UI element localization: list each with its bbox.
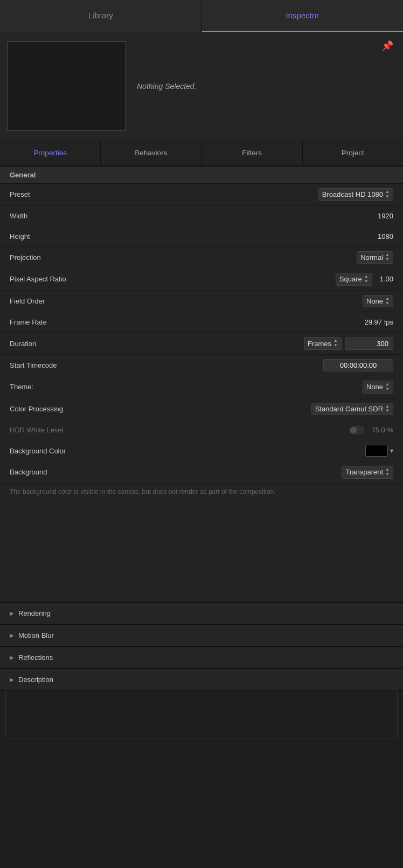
nothing-selected-label: Nothing Selected.: [137, 82, 197, 91]
duration-value: Frames ▲ ▼: [112, 337, 393, 350]
projection-row: Projection Normal ▲ ▼: [0, 247, 403, 269]
theme-label: Theme:: [10, 383, 112, 391]
reflections-label: Reflections: [18, 653, 53, 662]
height-label: Height: [10, 232, 112, 240]
preview-area: Nothing Selected. 📌: [0, 32, 403, 140]
color-swatch-dropdown-arrow[interactable]: ▾: [390, 447, 393, 454]
sub-tab-bar: Properties Behaviors Filters Project: [0, 140, 403, 166]
motion-blur-collapse-arrow: ▶: [10, 632, 14, 638]
background-label: Background: [10, 468, 112, 476]
pixel-aspect-ratio-dropdown[interactable]: Square ▲ ▼: [336, 273, 372, 286]
field-order-value: None ▲ ▼: [112, 295, 393, 308]
filters-tab[interactable]: Filters: [202, 140, 303, 166]
field-order-dropdown[interactable]: None ▲ ▼: [363, 295, 393, 308]
field-order-label: Field Order: [10, 297, 112, 305]
start-timecode-input[interactable]: [323, 359, 393, 371]
width-label: Width: [10, 212, 112, 220]
description-section[interactable]: ▶ Description: [0, 669, 403, 691]
pixel-aspect-ratio-row: Pixel Aspect Ratio Square ▲ ▼ 1.00: [0, 268, 403, 291]
field-order-row: Field Order None ▲ ▼: [0, 291, 403, 313]
background-note: The background color is visible in the c…: [0, 484, 403, 505]
preset-label: Preset: [10, 190, 112, 198]
color-processing-value: Standard Gamut SDR ▲ ▼: [112, 403, 393, 416]
general-header: General: [0, 166, 403, 184]
preset-dropdown[interactable]: Broadcast HD 1080 ▲ ▼: [318, 188, 393, 201]
height-row: Height 1080: [0, 226, 403, 247]
theme-dropdown[interactable]: None ▲ ▼: [363, 381, 393, 394]
duration-unit-arrows: ▲ ▼: [333, 339, 338, 348]
preset-row: Preset Broadcast HD 1080 ▲ ▼: [0, 184, 403, 206]
frame-rate-row: Frame Rate 29.97 fps: [0, 312, 403, 333]
color-processing-arrows: ▲ ▼: [385, 404, 390, 414]
width-row: Width 1920: [0, 206, 403, 226]
width-value: 1920: [112, 212, 393, 220]
rendering-collapse-arrow: ▶: [10, 610, 14, 616]
background-value: Transparent ▲ ▼: [112, 466, 393, 479]
background-color-label: Background Color: [10, 447, 112, 455]
background-dropdown[interactable]: Transparent ▲ ▼: [342, 466, 393, 479]
field-order-arrows: ▲ ▼: [385, 297, 390, 306]
reflections-section[interactable]: ▶ Reflections: [0, 646, 403, 669]
color-processing-row: Color Processing Standard Gamut SDR ▲ ▼: [0, 398, 403, 421]
duration-label: Duration: [10, 340, 112, 348]
height-value: 1080: [112, 232, 393, 240]
background-arrows: ▲ ▼: [385, 467, 390, 477]
hdr-white-level-toggle: [349, 426, 364, 435]
preview-thumbnail: [8, 42, 126, 130]
projection-dropdown[interactable]: Normal ▲ ▼: [357, 251, 393, 264]
hdr-white-level-label: HDR White Level: [10, 426, 112, 434]
color-swatch-wrap: ▾: [365, 445, 393, 457]
motion-blur-section[interactable]: ▶ Motion Blur: [0, 624, 403, 646]
description-textarea[interactable]: [5, 691, 398, 739]
projection-value: Normal ▲ ▼: [112, 251, 393, 264]
pixel-aspect-ratio-label: Pixel Aspect Ratio: [10, 275, 112, 283]
frame-rate-label: Frame Rate: [10, 318, 112, 326]
duration-input[interactable]: [345, 337, 393, 350]
rendering-label: Rendering: [18, 609, 51, 617]
start-timecode-value: [112, 359, 393, 371]
hdr-white-level-value: 75.0 %: [112, 426, 393, 435]
background-color-swatch[interactable]: [365, 445, 388, 457]
color-processing-label: Color Processing: [10, 405, 112, 413]
theme-value: None ▲ ▼: [112, 381, 393, 394]
general-section: General Preset Broadcast HD 1080 ▲ ▼ Wid…: [0, 166, 403, 602]
motion-blur-label: Motion Blur: [18, 631, 54, 639]
library-tab[interactable]: Library: [0, 0, 202, 32]
start-timecode-label: Start Timecode: [10, 361, 112, 369]
preset-value: Broadcast HD 1080 ▲ ▼: [112, 188, 393, 201]
projection-stepper-arrows: ▲ ▼: [385, 253, 390, 263]
behaviors-tab[interactable]: Behaviors: [101, 140, 202, 166]
hdr-white-level-row: HDR White Level 75.0 %: [0, 420, 403, 440]
top-tab-bar: Library Inspector: [0, 0, 403, 32]
reflections-collapse-arrow: ▶: [10, 655, 14, 660]
pixel-aspect-ratio-arrows: ▲ ▼: [364, 274, 369, 284]
theme-row: Theme: None ▲ ▼: [0, 376, 403, 398]
start-timecode-row: Start Timecode: [0, 355, 403, 376]
pixel-aspect-ratio-value: Square ▲ ▼ 1.00: [112, 273, 393, 286]
properties-tab[interactable]: Properties: [0, 140, 101, 166]
duration-row: Duration Frames ▲ ▼: [0, 333, 403, 355]
pin-icon[interactable]: 📌: [381, 40, 393, 52]
description-label: Description: [18, 676, 53, 684]
frame-rate-value: 29.97 fps: [112, 318, 393, 326]
inspector-tab[interactable]: Inspector: [202, 0, 404, 32]
description-collapse-arrow: ▶: [10, 677, 14, 683]
project-tab[interactable]: Project: [303, 140, 403, 166]
background-row: Background Transparent ▲ ▼: [0, 461, 403, 484]
theme-arrows: ▲ ▼: [385, 382, 390, 392]
rendering-section[interactable]: ▶ Rendering: [0, 602, 403, 624]
background-color-row: Background Color ▾: [0, 440, 403, 461]
color-processing-dropdown[interactable]: Standard Gamut SDR ▲ ▼: [311, 403, 393, 416]
preset-stepper-arrows: ▲ ▼: [385, 190, 390, 199]
projection-label: Projection: [10, 253, 112, 261]
background-color-value: ▾: [112, 445, 393, 457]
spacer-area: [0, 505, 403, 602]
duration-unit-dropdown[interactable]: Frames ▲ ▼: [304, 337, 342, 350]
